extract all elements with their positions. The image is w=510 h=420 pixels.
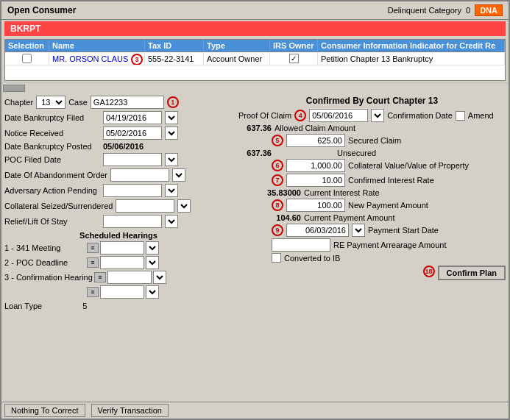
col-type: Type xyxy=(204,40,270,51)
verify-transaction-button[interactable]: Verify Transaction xyxy=(91,404,169,417)
collateral-seized-label: Collateral Seized/Surrendered xyxy=(4,202,113,210)
collateral-seized-select[interactable]: ▼ xyxy=(177,199,191,213)
proof-date-select[interactable]: ▼ xyxy=(371,109,384,122)
row-checkbox[interactable] xyxy=(22,54,32,63)
secured-input[interactable] xyxy=(286,134,345,147)
case-input[interactable] xyxy=(91,96,164,109)
main-window: Open Consumer Delinquent Category 0 DNA … xyxy=(0,0,510,420)
hearing-1-input[interactable] xyxy=(100,241,144,255)
bkrpt-bar: BKRPT xyxy=(4,21,506,36)
current-interest-row: 35.83000 Current Interest Rate xyxy=(238,188,506,197)
current-payment-value: 104.60 xyxy=(238,213,301,222)
circle-5-icon: 5 xyxy=(272,135,283,146)
current-interest-value: 35.83000 xyxy=(238,188,301,197)
confirmed-interest-row: 7 Confirmed Interest Rate xyxy=(272,174,506,187)
row-irs-owner: ✓ xyxy=(270,52,318,65)
collateral-seized-input[interactable] xyxy=(116,199,174,213)
converted-checkbox[interactable] xyxy=(272,253,281,263)
collateral-input[interactable] xyxy=(286,159,345,172)
table-row[interactable]: MR. ORSON CLAUS 3 555-22-3141 Account Ow… xyxy=(5,52,505,65)
hearing-4-select[interactable]: ▼ xyxy=(146,285,159,299)
left-panel: Chapter 13 7 11 Case 1 Date Bankruptcy F… xyxy=(4,96,233,399)
loan-type-value: 5 xyxy=(82,302,87,310)
confirmed-interest-input[interactable] xyxy=(286,174,345,187)
re-payment-label: RE Payment Arrearage Amount xyxy=(333,241,446,249)
notice-received-row: Notice Received ▼ xyxy=(4,127,233,140)
hearing-3-label: 3 - Confirmation Hearing xyxy=(4,273,93,282)
collateral-row: 6 Collateral Value/Value of Property xyxy=(272,159,506,172)
amount2-label: 637.36 xyxy=(238,149,272,157)
relief-select[interactable]: ▼ xyxy=(165,215,178,228)
hearing-4-row: ≡ ▼ xyxy=(4,285,233,299)
hearing-1-icon[interactable]: ≡ xyxy=(87,243,99,253)
consumer-table: Selection Name Tax ID Type IRS Owner Con… xyxy=(4,39,506,81)
date-abandonment-select[interactable]: ▼ xyxy=(172,168,185,182)
col-taxid: Tax ID xyxy=(145,40,204,51)
re-payment-input[interactable] xyxy=(272,238,330,252)
hearing-2-select[interactable]: ▼ xyxy=(146,256,159,269)
secured-label: Secured Claim xyxy=(348,136,401,145)
collateral-label: Collateral Value/Value of Property xyxy=(348,161,469,170)
confirm-plan-section: 18 Confirm Plan xyxy=(238,266,506,280)
delinquent-section: Delinquent Category 0 DNA xyxy=(388,4,503,16)
proof-date-input[interactable] xyxy=(309,109,368,122)
right-panel-title: Confirmed By Court Chapter 13 xyxy=(238,96,506,106)
proof-of-claim-label: Proof Of Claim xyxy=(238,111,291,120)
payment-start-input[interactable] xyxy=(286,224,349,237)
date-bankruptcy-filed-input[interactable] xyxy=(103,111,162,124)
horizontal-scrollbar[interactable] xyxy=(1,82,509,93)
col-name: Name xyxy=(49,40,145,51)
circle-9-icon: 9 xyxy=(272,224,283,236)
hearing-1-label: 1 - 341 Meeting xyxy=(4,243,85,252)
loan-type-label: Loan Type xyxy=(4,302,42,310)
date-abandonment-input[interactable] xyxy=(110,168,169,182)
payment-start-select[interactable]: ▼ xyxy=(352,224,365,237)
hearing-3-select[interactable]: ▼ xyxy=(153,271,166,284)
adversary-action-select[interactable]: ▼ xyxy=(165,184,178,197)
chapter-case-row: Chapter 13 7 11 Case 1 xyxy=(4,96,233,109)
poc-filed-date-input[interactable] xyxy=(103,153,162,166)
adversary-action-label: Adversary Action Pending xyxy=(4,186,100,195)
hearing-3-input[interactable] xyxy=(107,271,152,284)
new-payment-input[interactable] xyxy=(286,199,345,212)
allowed-claim-label: Allowed Claim Amount xyxy=(275,124,355,132)
converted-label: Converted to IB xyxy=(284,254,340,263)
hearing-3-icon[interactable]: ≡ xyxy=(94,272,106,282)
scrollbar-thumb[interactable] xyxy=(3,85,25,92)
amend-checkbox[interactable] xyxy=(456,111,465,121)
col-irs-owner: IRS Owner xyxy=(270,40,318,51)
row-selection[interactable] xyxy=(5,52,49,65)
amount1-row: 637.36 Allowed Claim Amount xyxy=(238,124,506,132)
unsecured-label: Unsecured xyxy=(337,149,376,157)
confirm-plan-button[interactable]: Confirm Plan xyxy=(438,266,506,280)
hearing-4-input[interactable] xyxy=(100,285,144,299)
main-content: Chapter 13 7 11 Case 1 Date Bankruptcy F… xyxy=(1,93,509,402)
payment-start-label: Payment Start Date xyxy=(368,226,439,235)
window-title: Open Consumer xyxy=(7,5,76,15)
adversary-action-input[interactable] xyxy=(103,184,162,197)
hearing-2-icon[interactable]: ≡ xyxy=(87,257,99,268)
chapter-select[interactable]: 13 7 11 xyxy=(36,96,65,109)
hearing-4-icon[interactable]: ≡ xyxy=(87,287,99,297)
circle-1-icon: 1 xyxy=(167,96,179,108)
notice-received-label: Notice Received xyxy=(4,129,100,138)
notice-received-input[interactable] xyxy=(103,127,162,140)
poc-filed-date-select[interactable]: ▼ xyxy=(165,153,178,166)
delinquent-value: 0 xyxy=(466,6,470,15)
notice-received-select[interactable]: ▼ xyxy=(165,127,178,140)
nothing-to-correct-button[interactable]: Nothing To Correct xyxy=(4,404,85,417)
confirmation-date-label: Confirmation Date xyxy=(387,111,453,120)
col-selection: Selection xyxy=(5,40,49,51)
col-credit-info: Consumer Information Indicator for Credi… xyxy=(318,40,505,51)
date-bankruptcy-filed-select[interactable]: ▼ xyxy=(165,111,178,124)
circle-18-icon: 18 xyxy=(423,266,435,277)
date-bankruptcy-posted-row: Date Bankruptcy Posted 05/06/2016 xyxy=(4,142,233,151)
current-interest-label: Current Interest Rate xyxy=(304,188,380,197)
hearing-1-select[interactable]: ▼ xyxy=(146,241,159,255)
relief-row: Relief/Lift Of Stay ▼ xyxy=(4,215,233,228)
new-payment-label: New Payment Amount xyxy=(348,201,428,210)
hearing-2-input[interactable] xyxy=(100,256,144,269)
relief-label: Relief/Lift Of Stay xyxy=(4,217,100,226)
relief-input[interactable] xyxy=(103,215,162,228)
hearing-1-row: 1 - 341 Meeting ≡ ▼ xyxy=(4,241,233,255)
